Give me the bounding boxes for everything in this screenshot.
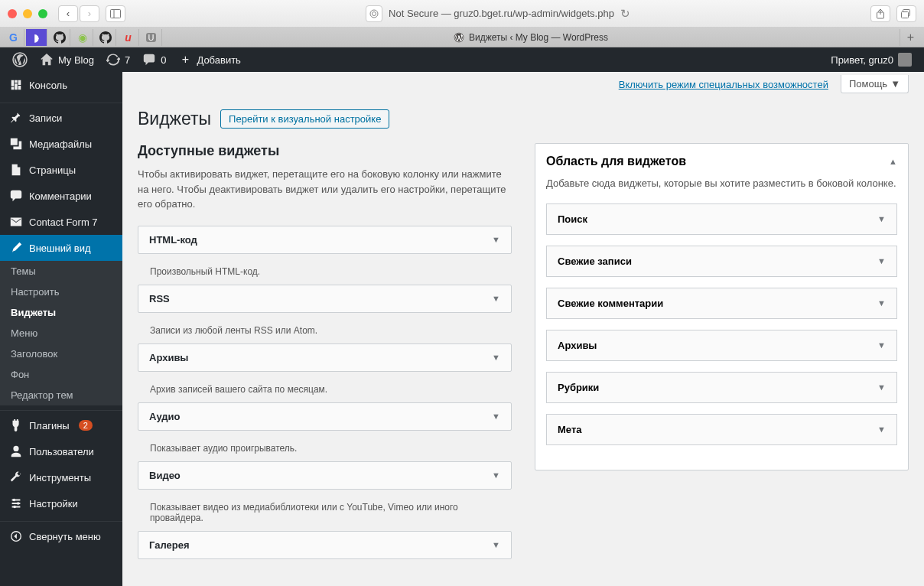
new-tab-button[interactable]: + — [900, 29, 921, 46]
pinned-tab-google[interactable]: G — [3, 29, 24, 46]
forward-button[interactable]: › — [80, 5, 99, 22]
available-widget[interactable]: Архивы▼ — [138, 343, 512, 372]
collapse-icon — [9, 529, 23, 543]
site-name-menu[interactable]: My Blog — [34, 47, 100, 72]
available-widget[interactable]: HTML-код▼ — [138, 226, 512, 254]
minimize-window[interactable] — [23, 9, 32, 18]
widget-expand-icon[interactable]: ▼ — [877, 340, 886, 350]
widget-expand-icon[interactable]: ▼ — [877, 298, 886, 308]
sidebar-item-pin[interactable]: Записи — [0, 105, 122, 131]
widget-expand-icon[interactable]: ▼ — [877, 425, 886, 434]
placed-widget[interactable]: Свежие комментарии▼ — [546, 288, 897, 319]
svg-point-3 — [373, 11, 376, 15]
visual-customize-button[interactable]: Перейти к визуальной настройке — [220, 109, 389, 129]
submenu-item[interactable]: Редактор тем — [0, 385, 122, 405]
pinned-tab[interactable]: U — [141, 29, 162, 46]
sidebar-item-dashboard[interactable]: Консоль — [0, 72, 122, 98]
available-widget[interactable]: Галерея▼ — [138, 531, 512, 559]
comment-icon — [9, 189, 23, 203]
site-info-button[interactable] — [366, 5, 382, 22]
mail-icon — [9, 215, 23, 229]
browser-tab-bar: G ◗ ◉ u U Виджеты ‹ My Blog — WordPress … — [0, 28, 924, 47]
pinned-tab[interactable]: u — [118, 29, 139, 46]
sidebar-item-comment[interactable]: Комментарии — [0, 183, 122, 209]
sidebar-item-appearance[interactable]: Внешний вид — [0, 235, 122, 261]
updates-menu[interactable]: 7 — [100, 47, 136, 72]
pinned-tab-github[interactable] — [49, 29, 70, 46]
zoom-window[interactable] — [38, 9, 47, 18]
submenu-item[interactable]: Меню — [0, 323, 122, 343]
available-widget[interactable]: Видео▼ — [138, 461, 512, 490]
widget-expand-icon[interactable]: ▼ — [877, 214, 886, 223]
pinned-tab[interactable]: ◉ — [72, 29, 93, 46]
widget-title: RSS — [149, 293, 170, 304]
widget-title: Архивы — [149, 352, 188, 363]
content-area: Включить режим специальных возможностей … — [122, 72, 924, 586]
widget-expand-icon[interactable]: ▼ — [877, 256, 886, 265]
active-browser-tab[interactable]: Виджеты ‹ My Blog — WordPress — [162, 32, 900, 43]
comments-menu[interactable]: 0 — [136, 47, 172, 72]
submenu-item[interactable]: Настроить — [0, 282, 122, 302]
widget-area-heading: Область для виджетов — [546, 155, 686, 168]
collapse-menu-button[interactable]: Свернуть меню — [0, 523, 122, 549]
svg-point-10 — [17, 502, 20, 505]
pinned-tab[interactable]: ◗ — [26, 29, 47, 46]
widget-toggle-icon[interactable]: ▼ — [492, 235, 500, 244]
pinned-tab-github[interactable] — [95, 29, 116, 46]
user-account-menu[interactable]: Привет, gruz0 — [825, 47, 918, 72]
available-widget[interactable]: RSS▼ — [138, 285, 512, 313]
widget-toggle-icon[interactable]: ▼ — [492, 412, 500, 421]
sidebar-toggle-button[interactable] — [106, 5, 125, 22]
back-button[interactable]: ‹ — [58, 5, 78, 22]
accessibility-mode-link[interactable]: Включить режим специальных возможностей — [619, 79, 828, 90]
pin-icon — [9, 111, 23, 125]
widget-description: Произвольный HTML-код. — [138, 262, 512, 285]
widget-toggle-icon[interactable]: ▼ — [492, 540, 500, 549]
close-window[interactable] — [8, 9, 17, 18]
widget-toggle-icon[interactable]: ▼ — [492, 294, 500, 303]
sidebar-item-plugin[interactable]: Плагины2 — [0, 412, 122, 438]
widget-title: Рубрики — [558, 382, 599, 393]
chevron-down-icon: ▼ — [890, 78, 900, 90]
submenu-item[interactable]: Заголовок — [0, 343, 122, 364]
comment-icon — [142, 53, 156, 67]
available-widget[interactable]: Аудио▼ — [138, 402, 512, 431]
sidebar-item-users[interactable]: Пользователи — [0, 438, 122, 464]
sidebar-item-mail[interactable]: Contact Form 7 — [0, 209, 122, 235]
share-button[interactable] — [870, 5, 890, 22]
reload-button[interactable]: ↻ — [620, 7, 630, 21]
available-widgets-column: Доступные виджеты Чтобы активировать вид… — [138, 143, 512, 567]
placed-widget[interactable]: Поиск▼ — [546, 203, 897, 235]
sidebar-item-media[interactable]: Медиафайлы — [0, 131, 122, 157]
placed-widget[interactable]: Рубрики▼ — [546, 372, 897, 403]
widget-title: HTML-код — [149, 234, 197, 246]
wp-logo-menu[interactable] — [6, 47, 34, 72]
address-bar[interactable]: Not Secure — gruz0.bget.ru/wp-admin/widg… — [389, 8, 614, 19]
dashboard-icon — [9, 78, 23, 92]
widget-toggle-icon[interactable]: ▼ — [492, 470, 500, 480]
placed-widget[interactable]: Свежие записи▼ — [546, 246, 897, 277]
tabs-button[interactable] — [896, 5, 916, 22]
widget-title: Мета — [558, 424, 581, 435]
sidebar-item-tools[interactable]: Инструменты — [0, 464, 122, 490]
help-tab[interactable]: Помощь ▼ — [841, 75, 909, 93]
widget-description: Показывает аудио проигрыватель. — [138, 438, 512, 461]
placed-widget[interactable]: Мета▼ — [546, 414, 897, 445]
collapse-area-toggle[interactable]: ▲ — [889, 157, 897, 166]
sidebar-item-page[interactable]: Страницы — [0, 157, 122, 183]
sidebar-item-settings[interactable]: Настройки — [0, 490, 122, 516]
admin-sidebar: КонсольЗаписиМедиафайлыСтраницыКомментар… — [0, 72, 122, 586]
page-icon — [9, 163, 23, 177]
update-icon — [106, 53, 120, 67]
widget-toggle-icon[interactable]: ▼ — [492, 353, 500, 362]
placed-widget[interactable]: Архивы▼ — [546, 330, 897, 361]
svg-point-9 — [13, 499, 16, 502]
users-icon — [9, 444, 23, 458]
submenu-item[interactable]: Темы — [0, 261, 122, 282]
submenu-item[interactable]: Виджеты — [0, 302, 122, 323]
new-content-menu[interactable]: + Добавить — [172, 47, 246, 72]
wp-admin-bar: My Blog 7 0 + Добавить Привет, gruz0 — [0, 47, 924, 72]
submenu-item[interactable]: Фон — [0, 364, 122, 385]
svg-rect-0 — [111, 9, 121, 18]
widget-expand-icon[interactable]: ▼ — [877, 383, 886, 392]
